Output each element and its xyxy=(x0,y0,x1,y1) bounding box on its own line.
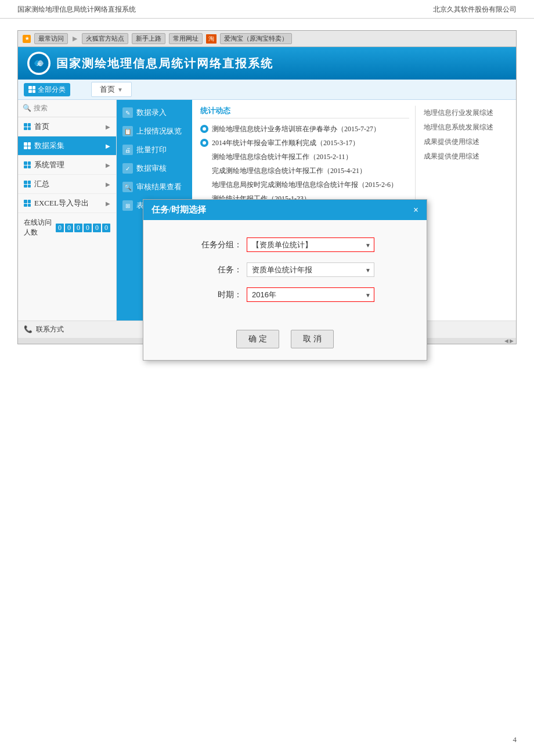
dialog-footer: 确 定 取 消 xyxy=(143,324,427,360)
foxfire-site-btn[interactable]: 火狐官方站点 xyxy=(82,33,128,44)
excel-icon xyxy=(24,200,31,207)
home-nav-btn[interactable]: 首页 ▼ xyxy=(91,82,132,97)
news-item-2: 2014年统计年报会审工作顺利完成（2015-3-17） xyxy=(200,136,409,150)
home-arrow: ▶ xyxy=(106,124,110,130)
period-select[interactable]: 2016年 xyxy=(247,287,374,302)
page-number: 4 xyxy=(513,735,517,744)
header-left: 国家测绘地理信息局统计网络直报系统 xyxy=(17,5,136,15)
period-select-wrapper: 2016年 ▼ xyxy=(247,287,374,302)
right-links: 地理信息行业发展综述 地理信息系统发展综述 成果提供使用综述 成果提供使用综述 xyxy=(415,106,508,239)
stats-section: 统计动态 测绘地理信息统计业务培训班在伊春举办（2015-7-27） 2014年… xyxy=(200,106,409,206)
header-right: 北京久其软件股份有限公司 xyxy=(433,5,517,15)
taobao-icon: 淘 xyxy=(206,34,217,44)
top-nav: 全部分类 首页 ▼ xyxy=(18,80,516,100)
contact-icon: 📞 xyxy=(24,325,33,334)
dialog-body: 任务分组： 【资质单位统计】 ▼ 任务： 资质单位统计年报 ▼ xyxy=(143,220,427,324)
task-row: 任务： 资质单位统计年报 ▼ xyxy=(155,262,415,277)
newbie-btn[interactable]: 新手上路 xyxy=(132,33,165,44)
sidebar-item-label: 首页 xyxy=(34,121,49,132)
report-icon: 📋 xyxy=(122,126,133,136)
results-icon: 🔍 xyxy=(122,182,133,192)
browser-fav-icon: ★ xyxy=(23,35,31,43)
system-mgmt-arrow: ▶ xyxy=(106,162,110,168)
sidebar-item-label: 汇总 xyxy=(34,179,49,189)
online-label: 在线访问人数 xyxy=(24,218,55,237)
submenu-batch-print[interactable]: 🖨 批量打印 xyxy=(117,141,192,159)
news-item-1: 测绘地理信息统计业务培训班在伊春举办（2015-7-27） xyxy=(200,122,409,136)
data-collection-icon xyxy=(24,142,31,149)
sidebar-item-excel[interactable]: EXCEL导入导出 ▶ xyxy=(18,194,116,213)
online-count-3: 0 xyxy=(74,224,82,232)
sidebar-item-label: 数据采集 xyxy=(34,141,64,151)
audit-icon: ✓ xyxy=(122,163,133,174)
task-select[interactable]: 资质单位统计年报 xyxy=(247,262,374,277)
sidebar-item-system-mgmt[interactable]: 系统管理 ▶ xyxy=(18,156,116,175)
sidebar-item-label: 系统管理 xyxy=(34,160,64,170)
data-collection-arrow: ▶ xyxy=(106,143,110,149)
submenu-report-overview[interactable]: 📋 上报情况纵览 xyxy=(117,122,192,141)
search-icon: 🔍 xyxy=(23,104,31,113)
online-count-2: 0 xyxy=(65,224,73,232)
confirm-button[interactable]: 确 定 xyxy=(236,330,279,348)
task-period-dialog: 任务/时期选择 × 任务分组： 【资质单位统计】 ▼ 任务： xyxy=(143,199,427,361)
submenu-data-audit[interactable]: ✓ 数据审核 xyxy=(117,159,192,178)
sidebar-item-summary[interactable]: 汇总 ▶ xyxy=(18,175,116,194)
page-header: 国家测绘地理信息局统计网络直报系统 北京久其软件股份有限公司 xyxy=(0,0,534,19)
task-select-wrapper: 资质单位统计年报 ▼ xyxy=(247,262,374,277)
browser-window: ★ 最常访问 ▶ 火狐官方站点 新手上路 常用网址 淘 爱淘宝（原淘宝特卖） J… xyxy=(17,30,517,344)
stats-title: 统计动态 xyxy=(200,106,409,118)
task-group-label: 任务分组： xyxy=(196,240,242,250)
all-category-btn[interactable]: 全部分类 xyxy=(24,83,70,96)
most-visited-btn[interactable]: 最常访问 xyxy=(34,33,68,44)
plain-news-1: 测绘地理信息综合统计年报工作（2015-2-11） xyxy=(200,150,409,164)
online-count-6: 0 xyxy=(102,224,110,232)
integrity-icon: ⊞ xyxy=(122,200,133,211)
app-logo: JC xyxy=(27,52,50,75)
plain-news-3: 地理信息局按时完成测绘地理信息综合统计年报（2015-2-6） xyxy=(200,178,409,192)
plain-news-2: 完成测绘地理信息综合统计年报工作（2015-4-21） xyxy=(200,164,409,178)
home-icon xyxy=(24,123,31,130)
sidebar-item-home[interactable]: 首页 ▶ xyxy=(18,117,116,136)
right-link-4[interactable]: 成果提供使用综述 xyxy=(424,149,508,164)
period-row: 时期： 2016年 ▼ xyxy=(155,287,415,302)
sidebar: 🔍 搜索 首页 ▶ 数据采集 ▶ xyxy=(18,100,117,321)
app-title: 国家测绘地理信息局统计网络直报系统 xyxy=(56,56,273,71)
sidebar-item-data-collection[interactable]: 数据采集 ▶ xyxy=(18,136,116,156)
online-count-5: 0 xyxy=(93,224,101,232)
svg-text:JC: JC xyxy=(37,63,41,66)
page-content: ★ 最常访问 ▶ 火狐官方站点 新手上路 常用网址 淘 爱淘宝（原淘宝特卖） J… xyxy=(0,19,534,356)
task-label: 任务： xyxy=(196,265,242,275)
right-link-3[interactable]: 成果提供使用综述 xyxy=(424,135,508,149)
summary-icon xyxy=(24,181,31,188)
dialog-title: 任务/时期选择 xyxy=(151,204,206,215)
common-url-btn[interactable]: 常用网址 xyxy=(169,33,203,44)
news-icon-2 xyxy=(200,139,208,147)
task-group-select[interactable]: 【资质单位统计】 xyxy=(247,237,374,252)
sidebar-item-label: EXCEL导入导出 xyxy=(34,198,89,208)
online-count-bar: 在线访问人数 0 0 0 0 0 0 xyxy=(18,213,116,242)
online-count-4: 0 xyxy=(84,224,92,232)
search-label: 搜索 xyxy=(34,103,48,113)
right-link-2[interactable]: 地理信息系统发展综述 xyxy=(424,120,508,135)
right-link-1[interactable]: 地理信息行业发展综述 xyxy=(424,106,508,120)
dialog-header: 任务/时期选择 × xyxy=(143,200,427,220)
app-header: JC 国家测绘地理信息局统计网络直报系统 xyxy=(18,47,516,80)
sidebar-search[interactable]: 🔍 搜索 xyxy=(18,100,116,117)
submenu-data-entry[interactable]: ✎ 数据录入 xyxy=(117,103,192,122)
browser-toolbar: ★ 最常访问 ▶ 火狐官方站点 新手上路 常用网址 淘 爱淘宝（原淘宝特卖） xyxy=(18,31,516,47)
task-group-row: 任务分组： 【资质单位统计】 ▼ xyxy=(155,237,415,252)
dialog-close-btn[interactable]: × xyxy=(413,205,418,215)
summary-arrow: ▶ xyxy=(106,181,110,188)
data-entry-icon: ✎ xyxy=(122,107,133,118)
cancel-button[interactable]: 取 消 xyxy=(291,330,334,348)
contact-label: 联系方式 xyxy=(36,325,64,334)
print-icon: 🖨 xyxy=(122,145,133,155)
taobao-btn[interactable]: 爱淘宝（原淘宝特卖） xyxy=(220,33,292,44)
excel-arrow: ▶ xyxy=(106,200,110,207)
grid-icon xyxy=(28,86,35,93)
task-group-select-wrapper: 【资质单位统计】 ▼ xyxy=(247,237,374,252)
online-count-value: 0 xyxy=(56,224,64,232)
news-icon-1 xyxy=(200,125,208,133)
submenu-audit-results[interactable]: 🔍 审核结果查看 xyxy=(117,178,192,196)
system-mgmt-icon xyxy=(24,161,31,168)
